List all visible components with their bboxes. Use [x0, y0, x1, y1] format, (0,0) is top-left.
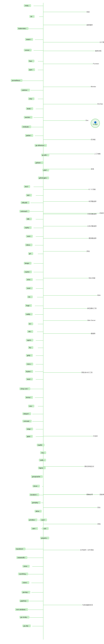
- category-cat-webserver: Web Server: [88, 320, 96, 321]
- node-rclone: rclone∞: [22, 581, 29, 584]
- node-goreplay: goreplay∞: [31, 501, 40, 504]
- category-cat-container: 容器: [86, 11, 90, 13]
- node-cow: cow∞: [28, 405, 34, 407]
- node-vuls: vuls∞: [42, 527, 48, 530]
- category-cat-file: 文件操作 / 文件系统: [80, 549, 94, 551]
- node-minikube: minikube∞: [22, 126, 31, 128]
- node-kcptun: kcptun∞: [25, 370, 33, 373]
- node-kubernetes: kubernetes∞: [17, 27, 28, 30]
- node-martini: martini∞: [24, 270, 32, 273]
- node-teleport: teleport∞: [22, 412, 31, 415]
- node-termui: termui∞: [25, 396, 33, 399]
- node-prometheus: prometheus∞: [11, 79, 22, 82]
- category-cat-orchestration: 超级编排: [86, 24, 93, 26]
- node-consul: consul∞: [24, 49, 32, 52]
- node-grumpy: grumpy∞: [22, 591, 30, 594]
- node-ctop: ctop∞: [28, 98, 34, 100]
- node-beats: beats∞: [26, 108, 33, 110]
- node-apex: apex∞: [28, 68, 35, 71]
- node-groupcache: groupcache∞: [31, 475, 42, 478]
- node-iris: iris∞: [27, 296, 32, 298]
- node-frp: frp∞: [28, 346, 33, 349]
- category-cat-sys-cmd: 系统/命令行工具: [82, 372, 92, 374]
- category-cat-cloud: 云计算: [100, 41, 104, 43]
- category-cat-static-site: 静态建站工具: [88, 307, 96, 310]
- category-cat-relational: 关系型数据库: [88, 213, 96, 215]
- node-kit: kit∞: [28, 322, 33, 325]
- node-micro: micro∞: [26, 363, 33, 365]
- node-goquery: goquery∞: [40, 537, 49, 539]
- node-gops: gops∞: [26, 435, 33, 438]
- node-vitess: vitess∞: [25, 244, 32, 246]
- node-echo: echo∞: [26, 278, 33, 281]
- node-codis: codis∞: [39, 459, 46, 461]
- node-vault: vault∞: [40, 518, 47, 521]
- node-bolt: bolt∞: [26, 194, 32, 196]
- node-ngrok: ngrok∞: [26, 339, 33, 342]
- category-cat-media: 直媒体: [100, 494, 104, 496]
- node-influxdb: influxdb∞: [21, 201, 30, 204]
- node-delve: delve∞: [34, 510, 42, 512]
- category-cat-function: Function: [93, 63, 99, 64]
- node-go-ethereum: go-ethereum∞: [34, 144, 47, 146]
- node-comcast: comcast∞: [22, 420, 32, 422]
- node-nvm-windows: nvm-windows∞: [15, 608, 28, 611]
- go-badge-label: Go项目: [93, 124, 98, 126]
- node-go-php: go-php∞: [22, 624, 30, 627]
- category-cat-web: Web: [98, 294, 100, 296]
- node-wuzz: wuzz∞: [26, 378, 33, 380]
- category-cat-other-db: 其他: [86, 250, 90, 252]
- node-cadvisor: cadvisor∞: [21, 89, 30, 91]
- category-cat-timeseries: 时序数据库: [89, 200, 96, 202]
- category-cat-array: 图形数据库: [89, 237, 96, 239]
- category-cat-middleware: 中间件: [93, 435, 98, 437]
- node-revel: revel∞: [26, 287, 33, 290]
- node-v2ray-core: v2ray-core∞: [20, 388, 30, 390]
- category-cat-kv: K / V 存储: [89, 188, 96, 190]
- node-nomi: nomi∞: [26, 235, 33, 238]
- node-hugo: hugo∞: [25, 304, 32, 307]
- category-cat-distributed: 分布式数据库: [88, 225, 96, 227]
- category-cat-image: 图像处理: [86, 494, 93, 496]
- node-ntio: ntio∞: [27, 330, 33, 333]
- node-terraform: terraform∞: [30, 494, 39, 496]
- node-pixel: pixel∞: [42, 169, 49, 171]
- node-beego: beego∞: [24, 262, 32, 264]
- node-transfersh: transfersh∞: [15, 548, 26, 550]
- category-cat-game: 游戏: [91, 168, 94, 170]
- node-rkt: rkt∞: [30, 15, 34, 18]
- category-cat-microservice: 微服务: [91, 332, 96, 334]
- node-nsq: nsq∞: [40, 452, 46, 454]
- category-cat-service: 服务发现: [95, 50, 101, 52]
- category-cat-test-delivery: 测试/持续交付: [84, 466, 94, 468]
- go-badge: 🔵 Go项目: [91, 119, 100, 128]
- node-gotty: gotty∞: [26, 354, 33, 357]
- node-minio: minio∞: [22, 565, 30, 568]
- node-go-mruby: go-mruby∞: [20, 616, 30, 618]
- category-cat-web-framework: Web 框架: [89, 277, 95, 279]
- node-cayley: cayley∞: [24, 226, 32, 229]
- node-g3n-engine: g3n/engine∞: [38, 177, 49, 179]
- node-wego: wego∞: [26, 428, 33, 430]
- node-caddy: caddy∞: [25, 313, 33, 316]
- node-moby: moby∞: [24, 4, 31, 7]
- category-cat-monitor: Monitor: [91, 86, 96, 88]
- category-cat-other2: 其他: [98, 523, 100, 525]
- node-cairn: cairn∞: [31, 527, 38, 530]
- node-primitive: primitive∞: [28, 518, 37, 521]
- category-cat-ai: 人工智能: [94, 153, 100, 155]
- node-drone: drone∞: [32, 485, 40, 487]
- node-tidb: tidb∞: [26, 218, 32, 220]
- category-cat-cross-lang: 与其他编程语言: [82, 604, 93, 606]
- node-traefik: traefik∞: [37, 444, 44, 446]
- node-golearn: golearn∞: [34, 162, 43, 164]
- node-syncthing: syncthing∞: [18, 573, 28, 575]
- node-go-ipfs: go-ipfs∞: [41, 154, 49, 156]
- node-rockroach: rockroach∞: [20, 210, 30, 212]
- node-etcd: etcd∞: [24, 185, 30, 188]
- category-cat-storage: 存储引擎: [100, 212, 104, 214]
- category-cat-security: 安全: [98, 506, 100, 508]
- node-rancher: rancher∞: [24, 116, 32, 118]
- node-logrus: logrus∞: [38, 467, 46, 469]
- category-cat-dev: Dev: [86, 120, 88, 121]
